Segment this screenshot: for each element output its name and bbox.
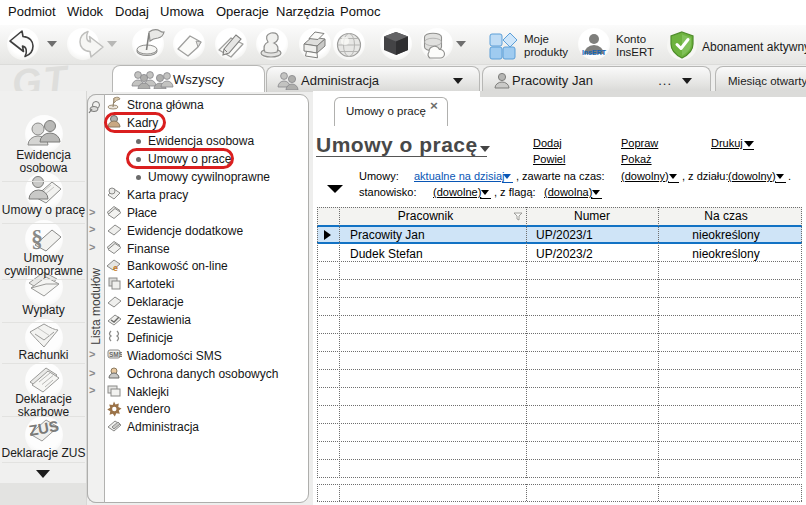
- svg-text:e: e: [113, 263, 118, 273]
- svg-text:InsERT: InsERT: [582, 49, 607, 56]
- svg-text:ZUS: ZUS: [28, 417, 60, 439]
- svg-text:§: §: [31, 225, 43, 251]
- svg-text:SMS: SMS: [109, 351, 122, 358]
